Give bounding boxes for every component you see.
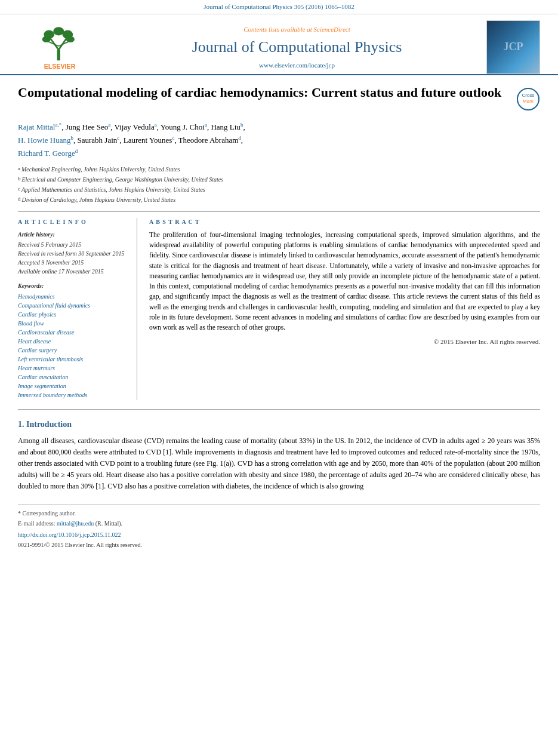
main-content: Computational modeling of cardiac hemody… xyxy=(0,75,558,560)
affiliation-item: dDivision of Cardiology, Johns Hopkins U… xyxy=(18,195,540,204)
svg-text:Cross: Cross xyxy=(522,93,535,98)
affil-text: Applied Mathematics and Statistics, John… xyxy=(21,185,205,194)
abstract-col: A B S T R A C T The proliferation of fou… xyxy=(149,218,540,400)
author-jain: , Saurabh Jain xyxy=(73,136,117,145)
keyword-item: Hemodynamics xyxy=(18,293,128,301)
affiliation-item: aMechanical Engineering, Johns Hopkins U… xyxy=(18,165,540,174)
author-george: Richard T. George xyxy=(18,149,75,158)
journal-url[interactable]: www.elsevier.com/locate/jcp xyxy=(113,61,480,70)
affiliation-item: cApplied Mathematics and Statistics, Joh… xyxy=(18,185,540,194)
abstract-text: The proliferation of four-dimensional im… xyxy=(149,230,540,333)
author-sep-10: , xyxy=(241,136,243,145)
elsevier-logo-area: ELSEVIER xyxy=(12,23,107,71)
affiliation-item: bElectrical and Computer Engineering, Ge… xyxy=(18,175,540,184)
journal-cover xyxy=(486,20,546,74)
author-huang: H. Howie Huang xyxy=(18,136,70,145)
history-label: Article history: xyxy=(18,230,128,239)
two-col-section: A R T I C L E I N F O Article history: R… xyxy=(18,218,540,400)
author-mittal: Rajat Mittal xyxy=(18,122,55,131)
author-sep-1: , Jung Hee Seo xyxy=(61,122,108,131)
svg-point-9 xyxy=(66,36,75,43)
doi-link[interactable]: http://dx.doi.org/10.1016/j.jcp.2015.11.… xyxy=(18,531,540,539)
journal-top-bar: Journal of Computational Physics 305 (20… xyxy=(0,0,558,14)
keyword-item: Immersed boundary methods xyxy=(18,391,128,399)
affil-text: Mechanical Engineering, Johns Hopkins Un… xyxy=(21,165,180,174)
journal-citation: Journal of Computational Physics 305 (20… xyxy=(204,3,354,10)
author-sup-1: a,* xyxy=(55,122,61,128)
divider-1 xyxy=(18,211,540,212)
issn-note: 0021-9991/© 2015 Elsevier Inc. All right… xyxy=(18,541,540,549)
affil-text: Division of Cardiology, Johns Hopkins Un… xyxy=(22,195,176,204)
author-sep-5: , xyxy=(243,122,245,131)
sciencedirect-note: Contents lists available at ScienceDirec… xyxy=(113,25,480,34)
svg-point-8 xyxy=(42,36,51,43)
page: Journal of Computational Physics 305 (20… xyxy=(0,0,558,756)
keyword-item: Image segmentation xyxy=(18,382,128,391)
author-vedula: , Vijay Vedula xyxy=(110,122,154,131)
authors-section: Rajat Mittala,*, Jung Hee Seoa, Vijay Ve… xyxy=(18,121,540,160)
svg-rect-1 xyxy=(57,50,60,61)
affil-text: Electrical and Computer Engineering, Geo… xyxy=(22,175,224,184)
article-info-col: A R T I C L E I N F O Article history: R… xyxy=(18,218,137,400)
crossmark-area: Cross Mark xyxy=(516,87,540,114)
received-date: Received 5 February 2015 xyxy=(18,240,128,249)
author-choi: , Young J. Choi xyxy=(157,122,205,131)
crossmark-icon: Cross Mark xyxy=(516,87,540,111)
journal-title-area: Contents lists available at ScienceDirec… xyxy=(107,25,486,70)
author-sup-12: d xyxy=(75,148,78,154)
keyword-item: Computational fluid dynamics xyxy=(18,302,128,310)
sciencedirect-link-text[interactable]: ScienceDirect xyxy=(314,26,350,33)
keyword-item: Cardiac physics xyxy=(18,311,128,319)
affil-sup: b xyxy=(18,175,21,183)
keyword-item: Heart disease xyxy=(18,337,128,346)
journal-header: ELSEVIER Contents lists available at Sci… xyxy=(0,14,558,75)
abstract-copyright: © 2015 Elsevier Inc. All rights reserved… xyxy=(149,337,540,346)
article-info-heading: A R T I C L E I N F O xyxy=(18,218,128,226)
intro-title: 1. Introduction xyxy=(18,419,540,431)
divider-2 xyxy=(18,409,540,410)
svg-point-10 xyxy=(53,27,64,36)
corresponding-author-note: * Corresponding author. xyxy=(18,509,540,518)
svg-text:ELSEVIER: ELSEVIER xyxy=(44,63,76,70)
intro-paragraph: Among all diseases, cardiovascular disea… xyxy=(18,435,540,493)
footer-section: * Corresponding author. E-mail address: … xyxy=(18,504,540,549)
keyword-item: Cardiac surgery xyxy=(18,346,128,355)
affil-sup: c xyxy=(18,185,20,193)
keywords-section: Keywords: HemodynamicsComputational flui… xyxy=(18,282,128,399)
author-liu: , Hang Liu xyxy=(207,122,241,131)
available-date: Available online 17 November 2015 xyxy=(18,267,128,276)
affil-sup: a xyxy=(18,165,20,173)
affil-sup: d xyxy=(18,195,21,204)
keyword-item: Heart murmurs xyxy=(18,364,128,373)
accepted-date: Accepted 9 November 2015 xyxy=(18,258,128,267)
journal-cover-image xyxy=(486,20,540,74)
keyword-item: Blood flow xyxy=(18,319,128,328)
email-note: E-mail address: mittal@jhu.edu (R. Mitta… xyxy=(18,520,540,528)
author-younes: , Laurent Younes xyxy=(119,136,172,145)
article-history: Article history: Received 5 February 201… xyxy=(18,230,128,276)
abstract-heading: A B S T R A C T xyxy=(149,218,540,226)
keywords-label: Keywords: xyxy=(18,282,128,290)
elsevier-logo: ELSEVIER xyxy=(18,23,101,71)
author-abraham: , Theodore Abraham xyxy=(174,136,238,145)
email-link[interactable]: mittal@jhu.edu xyxy=(57,520,94,527)
keyword-item: Cardiovascular disease xyxy=(18,328,128,337)
journal-name: Journal of Computational Physics xyxy=(113,36,480,58)
svg-text:Mark: Mark xyxy=(523,99,534,104)
affiliations-section: aMechanical Engineering, Johns Hopkins U… xyxy=(18,165,540,204)
keyword-item: Cardiac auscultation xyxy=(18,373,128,382)
introduction-section: 1. Introduction Among all diseases, card… xyxy=(18,419,540,493)
revised-date: Received in revised form 30 September 20… xyxy=(18,249,128,258)
keywords-list: HemodynamicsComputational fluid dynamics… xyxy=(18,293,128,399)
article-title: Computational modeling of cardiac hemody… xyxy=(18,84,510,102)
keyword-item: Left ventricular thrombosis xyxy=(18,355,128,364)
